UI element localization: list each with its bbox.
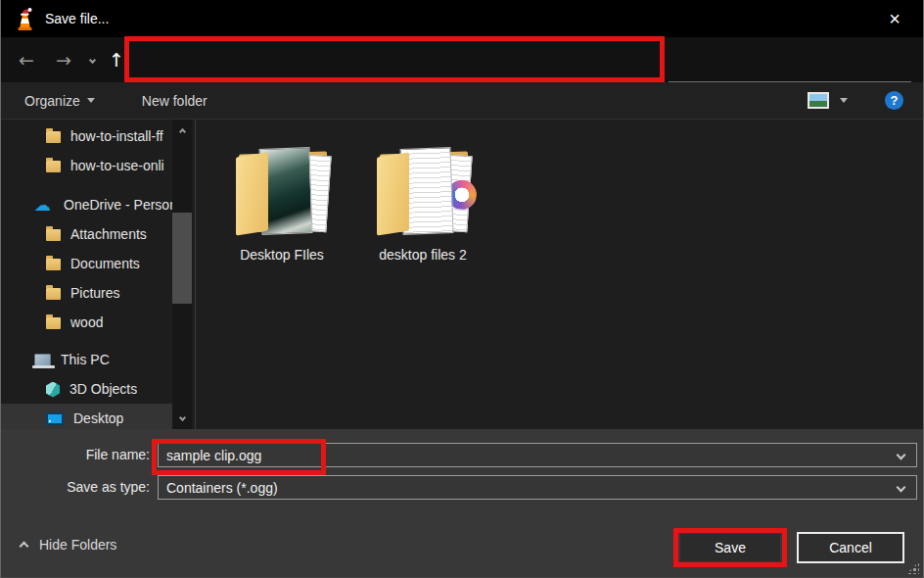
folder-icon [46, 317, 61, 329]
folder-icon [46, 288, 61, 300]
command-toolbar: Organize New folder ? [1, 82, 923, 120]
change-view-button[interactable] [808, 92, 848, 109]
sidebar-item-label: wood [70, 314, 103, 330]
view-thumbnail-icon [808, 92, 829, 109]
sidebar-item-attachments[interactable]: Attachments [1, 219, 195, 249]
up-icon[interactable]: ↑ [103, 37, 130, 82]
sidebar-item-label: This PC [61, 352, 110, 367]
sidebar-item-3d-objects[interactable]: 3D Objects [1, 374, 195, 404]
sidebar-item-label: Attachments [70, 226, 147, 242]
navigation-pane: how-to-install-ffhow-to-use-onli☁OneDriv… [1, 120, 196, 429]
organize-label: Organize [24, 93, 80, 109]
sidebar-scrollbar[interactable] [172, 120, 192, 429]
folder-icon [46, 229, 61, 241]
sidebar-item-how-to-use-onli[interactable]: how-to-use-onli [1, 151, 195, 180]
chevron-down-icon[interactable] [897, 483, 906, 493]
hide-folders-label: Hide Folders [39, 537, 116, 553]
chevron-down-icon [840, 98, 848, 103]
close-icon[interactable]: × [880, 6, 909, 31]
folder-tile-label: Desktop FIles [218, 247, 346, 263]
tiles-container: Desktop FIlesdesktop files 2 [197, 120, 923, 263]
scrollbar-thumb[interactable] [172, 213, 192, 304]
sidebar-item-label: how-to-use-onli [70, 158, 164, 173]
sidebar-item-onedrive-person[interactable]: ☁OneDrive - Person [1, 190, 195, 219]
folder-tile-desktop-files-2[interactable]: desktop files 2 [359, 143, 486, 263]
save-button[interactable]: Save [680, 534, 780, 561]
chevron-down-icon [87, 98, 95, 103]
sidebar-item-label: OneDrive - Person [64, 197, 177, 213]
folder-icon [46, 259, 61, 270]
sidebar-item-documents[interactable]: Documents [1, 249, 195, 278]
pc-icon [34, 354, 51, 366]
cloud-icon: ☁ [34, 196, 54, 214]
sidebar-item-wood[interactable]: wood [1, 308, 195, 337]
folder-icon [46, 161, 61, 172]
sidebar-item-this-pc[interactable]: This PC [1, 345, 195, 374]
scroll-up-icon[interactable] [172, 123, 192, 139]
help-button[interactable]: ? [885, 91, 903, 110]
resize-grip-icon[interactable] [906, 561, 919, 574]
organize-button[interactable]: Organize [13, 82, 107, 119]
save-as-type-value: Containers (*.ogg) [159, 480, 898, 496]
file-name-input[interactable] [159, 448, 898, 463]
sidebar-item-label: Pictures [70, 285, 120, 301]
file-list-area[interactable]: Desktop FIlesdesktop files 2 [197, 120, 923, 429]
folder-icon [231, 143, 333, 243]
navigation-bar: ← → ↑ This PC Desktop ↻ [1, 37, 923, 82]
sidebar-item-label: how-to-install-ff [70, 128, 163, 144]
vlc-app-icon [14, 7, 36, 31]
folder-icon [372, 143, 474, 243]
save-as-type-select[interactable]: Containers (*.ogg) [158, 475, 917, 500]
dialog-footer: File name: Save as type: Containers (*.o… [1, 429, 923, 578]
folder-tile-label: desktop files 2 [359, 247, 486, 263]
titlebar: Save file... × [1, 0, 923, 37]
save-as-type-label: Save as type: [1, 479, 150, 495]
scroll-down-icon[interactable] [172, 409, 192, 425]
save-file-dialog: Save file... × ← → ↑ This PC Desktop ↻ O… [0, 0, 924, 578]
chevron-up-icon [20, 542, 29, 552]
recent-locations-chevron-icon[interactable] [81, 37, 103, 82]
sidebar-list: how-to-install-ffhow-to-use-onli☁OneDriv… [1, 120, 195, 429]
sidebar-item-desktop[interactable]: Desktop [1, 404, 174, 429]
file-name-combobox[interactable] [158, 443, 917, 467]
sidebar-item-label: Desktop [73, 410, 123, 426]
sidebar-item-label: Documents [70, 256, 140, 271]
forward-icon[interactable]: → [46, 37, 81, 82]
sidebar-item-pictures[interactable]: Pictures [1, 278, 195, 308]
cube-icon [46, 382, 60, 398]
window-title: Save file... [45, 11, 109, 26]
back-icon[interactable]: ← [9, 37, 44, 82]
sidebar-item-label: 3D Objects [69, 381, 137, 397]
monitor-icon [46, 412, 64, 425]
folder-tile-desktop-files[interactable]: Desktop FIles [218, 143, 346, 263]
chevron-down-icon[interactable] [897, 451, 906, 460]
folder-icon [46, 131, 61, 143]
sidebar-item-how-to-install-ff[interactable]: how-to-install-ff [1, 121, 195, 151]
dialog-body: how-to-install-ffhow-to-use-onli☁OneDriv… [1, 120, 923, 429]
hide-folders-button[interactable]: Hide Folders [21, 537, 116, 553]
new-folder-button[interactable]: New folder [130, 82, 219, 119]
cancel-button[interactable]: Cancel [797, 532, 904, 563]
file-name-label: File name: [1, 447, 150, 462]
new-folder-label: New folder [142, 93, 208, 109]
